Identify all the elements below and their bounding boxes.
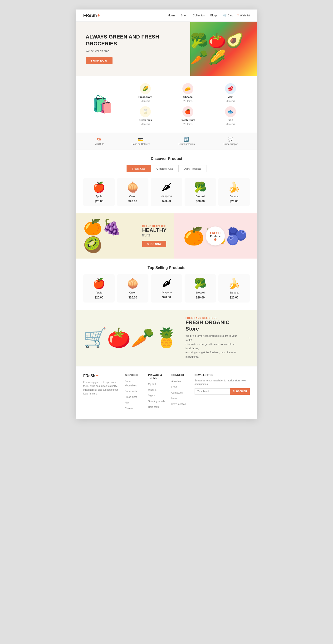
connect-link-0[interactable]: About us (171, 380, 181, 382)
service-link-0[interactable]: Fresh Vegetables (125, 380, 137, 387)
hero-cta-button[interactable]: SHOP NOW (86, 57, 113, 64)
top-apple-image: 🍎 (93, 278, 105, 289)
category-meat[interactable]: 🥩 Meat 20 items (211, 83, 250, 102)
nav-collection[interactable]: Collection (193, 14, 205, 17)
tab-organic-fruits[interactable]: Organic Fruits (151, 165, 178, 172)
organic-store-image: 🛒🍅🥕🍍 (83, 327, 178, 349)
connect-link-4[interactable]: Store location (171, 403, 186, 406)
discount-label: GET UP TO 30% OFF (142, 225, 167, 228)
nav-links: Home Shop Collection Blogs (168, 14, 217, 17)
top-product-jalapeno[interactable]: 🌶 Jalapeno $20.00 (151, 274, 182, 302)
logo-text: FReSh (83, 13, 97, 18)
top-product-onion[interactable]: 🧅 Onion $20.00 (117, 274, 148, 302)
product-apple[interactable]: 🍎 Apple $20.00 (83, 178, 115, 206)
top-onion-image: 🧅 (127, 278, 139, 289)
organic-store-section: 🛒🍅🥕🍍 FRESH AND DELICIOUS FRESH ORGANIC S… (76, 310, 257, 366)
product-onion[interactable]: 🧅 Onion $20.00 (117, 178, 148, 206)
newsletter-form: SUBSCRIBE (195, 388, 250, 395)
privacy-link-1[interactable]: Wishlist (148, 388, 156, 391)
feature-return: ↩️ Return products (178, 137, 195, 146)
footer-newsletter: NEWS LETTER Subscribe to our newsletter … (195, 374, 250, 412)
organic-tag: FRESH AND DELICIOUS (186, 317, 241, 320)
top-selling-title: Top Selling Products (83, 266, 250, 270)
product-banana[interactable]: 🍌 Banana $20.00 (218, 178, 250, 206)
cart-link[interactable]: 🛒Cart (223, 14, 233, 17)
footer: FReSh✦ From crisp greens to ripe, juicy … (76, 366, 257, 419)
fruits-icon: 🍎 (182, 106, 193, 117)
feature-support: 💬 Online support (223, 137, 238, 146)
voucher-icon: 🎟 (97, 137, 101, 142)
organic-desc3: ensuring you get the freshest, most flav… (186, 350, 241, 359)
privacy-link-4[interactable]: Help center (148, 406, 160, 408)
newsletter-desc: Subscribe to our newsletter to receive s… (195, 379, 250, 386)
fresh-badge-fresh: FRESH (210, 231, 220, 235)
top-selling-section: Top Selling Products 🍎 Apple $20.00 🧅 On… (76, 258, 257, 310)
category-cheese[interactable]: 🧀 Cheese 20 items (169, 83, 207, 102)
organic-next-button[interactable]: › (248, 335, 250, 340)
top-broccoli-image: 🥦 (194, 278, 206, 289)
nav-actions: 🛒Cart ♡Wish list (223, 14, 250, 17)
organic-store-text: FRESH AND DELICIOUS FRESH ORGANIC Store … (186, 317, 241, 359)
connect-link-3[interactable]: News (171, 397, 177, 400)
top-product-banana[interactable]: 🍌 Banana $20.00 (218, 274, 250, 302)
footer-grid: FReSh✦ From crisp greens to ripe, juicy … (83, 374, 250, 412)
category-fresh-corn[interactable]: 🌽 Fresh Corn 20 items (126, 83, 165, 102)
cart-icon: 🛒 (223, 14, 227, 17)
hero-subtext: We deliver on time (86, 50, 247, 53)
apple-image: 🍎 (93, 181, 105, 193)
logo-symbol: ✦ (97, 13, 100, 18)
nav-shop[interactable]: Shop (181, 14, 187, 17)
newsletter-subscribe-button[interactable]: SUBSCRIBE (230, 388, 250, 395)
newsletter-email-input[interactable] (195, 388, 230, 395)
category-grid: 🌽 Fresh Corn 20 items 🧀 Cheese 20 items … (126, 83, 250, 126)
promo-headline2: fruits (142, 233, 167, 238)
footer-about: FReSh✦ From crisp greens to ripe, juicy … (83, 374, 120, 412)
nav-blogs[interactable]: Blogs (210, 14, 217, 17)
category-fresh-fruits[interactable]: 🍎 Fresh fruits 20 items (169, 106, 207, 126)
fresh-corn-icon: 🌽 (140, 83, 151, 94)
top-jalapeno-image: 🌶 (162, 278, 171, 289)
broccoli-image: 🥦 (194, 181, 206, 193)
nav-home[interactable]: Home (168, 14, 175, 17)
wishlist-link[interactable]: ♡Wish list (236, 14, 250, 17)
support-icon: 💬 (228, 137, 233, 142)
fresh-badge-produce: Produce (210, 235, 220, 238)
service-link-4[interactable]: Cheese (125, 407, 133, 410)
category-fresh-milk[interactable]: 🥛 Fresh milk 20 items (126, 106, 165, 126)
cod-icon: 💳 (138, 137, 143, 142)
discover-title: Discover Product (83, 156, 250, 161)
meat-icon: 🥩 (225, 83, 236, 94)
organic-desc2: Our fruits and vegetables are sourced fr… (186, 342, 241, 350)
connect-link-1[interactable]: FAQs (171, 386, 177, 388)
top-product-broccoli[interactable]: 🥦 Broccoli $20.00 (185, 274, 216, 302)
feature-cod: 💳 Cash on Delivery (132, 137, 150, 146)
connect-link-2[interactable]: Contact us (171, 392, 183, 394)
privacy-link-2[interactable]: Sign in (148, 394, 156, 397)
service-link-2[interactable]: Fresh meat (125, 396, 137, 398)
category-fish[interactable]: 🐟 Fish 20 items (211, 106, 250, 126)
categories-section: 🛍️ 🌽 Fresh Corn 20 items 🧀 Cheese 20 ite… (76, 76, 257, 132)
product-broccoli[interactable]: 🥦 Broccoli $20.00 (185, 178, 216, 206)
organic-headline: FRESH ORGANIC Store (186, 320, 241, 332)
hero-headline: ALWAYS GREEN AND FRESH GROCERIES (86, 34, 247, 47)
logo: FReSh✦ (83, 13, 100, 18)
footer-services: SERVICES Fresh Vegetables Fresh fruits F… (125, 374, 143, 412)
product-jalapeno[interactable]: 🌶 Jalapeno $20.00 (151, 178, 182, 206)
service-link-3[interactable]: Milk (125, 401, 129, 404)
fish-icon: 🐟 (225, 106, 236, 117)
top-product-apple[interactable]: 🍎 Apple $20.00 (83, 274, 115, 302)
onion-image: 🧅 (127, 181, 139, 193)
privacy-link-3[interactable]: Shipping details (148, 400, 165, 402)
footer-about-text: From crisp greens to ripe, juicy fruits,… (83, 380, 120, 396)
footer-connect: CONNECT About us FAQs Contact us News St… (171, 374, 190, 412)
privacy-link-0[interactable]: My cart (148, 383, 156, 386)
promo-shop-button[interactable]: SHOP NOW (142, 241, 166, 248)
service-link-1[interactable]: Fresh fruits (125, 390, 137, 392)
products-grid: 🍎 Apple $20.00 🧅 Onion $20.00 🌶 Jalapeno… (83, 178, 250, 206)
features-bar: 🎟 Voucher 💳 Cash on Delivery ↩️ Return p… (76, 132, 257, 150)
tab-dairy-products[interactable]: Dairy Products (178, 165, 206, 172)
navbar: FReSh✦ Home Shop Collection Blogs 🛒Cart … (76, 10, 257, 22)
tab-fresh-juice[interactable]: Fresh Juice (127, 165, 151, 172)
promo-headline1: HEALTHY (142, 228, 167, 233)
top-selling-grid: 🍎 Apple $20.00 🧅 Onion $20.00 🌶 Jalapeno… (83, 274, 250, 302)
